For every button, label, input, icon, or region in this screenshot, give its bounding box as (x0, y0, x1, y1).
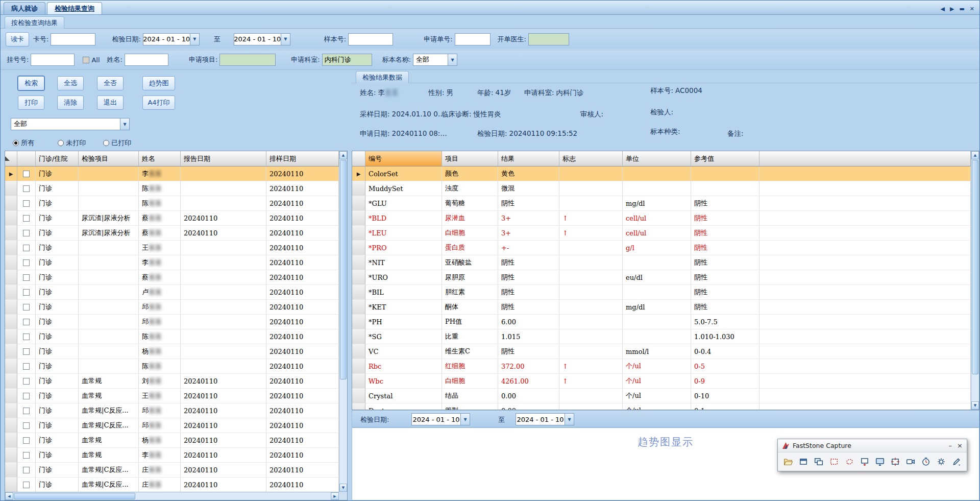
row-checkbox[interactable] (23, 304, 30, 311)
row-checkbox[interactable] (23, 215, 30, 222)
scroll-up-icon[interactable]: ▲ (339, 151, 347, 159)
result-row[interactable]: Rbc红细胞372.00↑个/ul0-5 (352, 359, 971, 374)
patient-row[interactable]: 门诊杨某某20240110 (5, 344, 339, 359)
test-date-to-combo[interactable]: 2024 - 01 - 10 ▼ (234, 33, 290, 45)
patient-row[interactable]: 门诊血常规刘某某2024011020240110 (5, 374, 339, 389)
result-row[interactable]: *BLD尿潜血3+↑cell/ul阴性 (352, 211, 971, 226)
row-checkbox-cell[interactable] (17, 241, 36, 255)
row-checkbox-cell[interactable] (17, 359, 36, 374)
patient-row[interactable]: 门诊陈某某20240110 (5, 359, 339, 374)
scroll-right-icon[interactable]: ▶ (331, 492, 339, 500)
row-checkbox[interactable] (23, 348, 30, 355)
row-checkbox-cell[interactable] (17, 300, 36, 315)
result-row[interactable]: Duct管型0.00个/ul0-1 (352, 403, 971, 410)
row-checkbox-cell[interactable] (17, 403, 36, 418)
result-row[interactable]: ▶ColorSet颜色黄色 (352, 166, 971, 181)
patient-row[interactable]: 门诊陈某某20240110 (5, 181, 339, 196)
radio-all[interactable] (13, 140, 19, 146)
sample-no-input[interactable] (348, 33, 393, 45)
result-row[interactable]: *URO尿胆原阴性eu/dl阴性 (352, 270, 971, 285)
header-item[interactable]: 项目 (442, 151, 498, 166)
doctor-input[interactable] (528, 33, 569, 45)
trend-date-to-combo[interactable]: 2024 - 01 - 10 ▼ (516, 413, 574, 425)
row-checkbox-cell[interactable] (17, 285, 36, 300)
result-row[interactable]: *LEU白细胞3+↑cell/ul阴性 (352, 226, 971, 241)
row-checkbox[interactable] (23, 171, 30, 177)
patient-row[interactable]: 门诊血常规|C反应...邱某某2024011020240110 (5, 418, 339, 433)
row-checkbox-cell[interactable] (17, 433, 36, 448)
capture-window-object-icon[interactable] (812, 455, 826, 469)
row-checkbox-cell[interactable] (17, 329, 36, 344)
capture-freehand-icon[interactable] (842, 455, 856, 469)
header-flag[interactable]: 标志 (559, 151, 623, 166)
patient-row[interactable]: 门诊李某某20240110 (5, 255, 339, 270)
patient-row[interactable]: 门诊陈某某20240110 (5, 196, 339, 211)
row-checkbox[interactable] (23, 319, 30, 325)
card-no-input[interactable] (51, 33, 95, 45)
patient-table-hscrollbar[interactable]: ◀ ▶ (5, 492, 339, 500)
row-checkbox[interactable] (23, 274, 30, 281)
row-checkbox[interactable] (23, 333, 30, 340)
patient-row[interactable]: 门诊血常规杨某某2024011020240110 (5, 433, 339, 448)
patient-row[interactable]: 门诊尿沉渣|尿液分析蔡某某2024011020240110 (5, 226, 339, 241)
specimen-combo[interactable]: 全部 ▼ (413, 54, 457, 66)
patient-row[interactable]: 门诊血常规|C反应...庄某某2024011020240110 (5, 478, 339, 492)
row-checkbox[interactable] (23, 200, 30, 207)
result-data-tab[interactable]: 检验结果数据 (356, 71, 409, 83)
patient-hscroll-thumb[interactable] (14, 493, 135, 499)
patient-row[interactable]: 门诊邱某某20240110 (5, 315, 339, 329)
corner-select-cell[interactable] (5, 151, 17, 166)
header-result[interactable]: 结果 (498, 151, 559, 166)
select-none-button[interactable]: 全否 (97, 76, 124, 90)
trend-date-from-dropdown-icon[interactable]: ▼ (460, 413, 470, 425)
row-checkbox[interactable] (23, 408, 30, 414)
patient-row[interactable]: 门诊尿沉渣|尿液分析蔡某某2024011020240110 (5, 211, 339, 226)
patient-row[interactable]: 门诊王某某20240110 (5, 241, 339, 255)
scroll-down-icon[interactable]: ▼ (971, 401, 979, 410)
row-checkbox-cell[interactable] (17, 374, 36, 389)
faststone-capture-window[interactable]: FastStone Capture – × (777, 439, 967, 471)
name-input[interactable] (125, 54, 168, 66)
row-checkbox[interactable] (23, 422, 30, 429)
specimen-dropdown-icon[interactable]: ▼ (448, 54, 457, 66)
trend-chart-button[interactable]: 趋势图 (142, 76, 175, 90)
patient-table-vscrollbar[interactable]: ▲ ▼ (339, 151, 347, 492)
test-date-from-dropdown-icon[interactable]: ▼ (190, 33, 200, 45)
radio-printed[interactable] (103, 140, 109, 146)
patient-row[interactable]: 门诊血常规|C反应...庄某某2024011020240110 (5, 463, 339, 478)
header-report-date[interactable]: 报告日期 (181, 151, 266, 166)
search-button[interactable]: 检索 (18, 76, 44, 90)
print-button[interactable]: 打印 (18, 96, 44, 110)
row-checkbox[interactable] (23, 467, 30, 473)
result-row[interactable]: *NIT亚硝酸盐阴性阴性 (352, 255, 971, 270)
patient-row[interactable]: 门诊血常规李某某2024011020240110 (5, 448, 339, 463)
test-date-to-dropdown-icon[interactable]: ▼ (281, 33, 290, 45)
result-row[interactable]: Crystal结晶0.00个/ul0-10 (352, 389, 971, 403)
row-checkbox-cell[interactable] (17, 315, 36, 329)
row-checkbox-cell[interactable] (17, 255, 36, 270)
row-checkbox-cell[interactable] (17, 344, 36, 359)
list-filter-combo[interactable]: 全部 ▼ (11, 118, 130, 130)
patient-row[interactable]: ▶门诊李某某20240110 (5, 166, 339, 181)
row-checkbox[interactable] (23, 289, 30, 296)
header-unit[interactable]: 单位 (623, 151, 691, 166)
patient-row[interactable]: 门诊邱某某20240110 (5, 300, 339, 315)
tab-patient-visit[interactable]: 病人就诊 (4, 2, 45, 14)
patient-row[interactable]: 门诊血常规|C反应...邱某某2024011020240110 (5, 403, 339, 418)
row-checkbox[interactable] (23, 452, 30, 459)
result-row[interactable]: MuddySet浊度微混 (352, 181, 971, 196)
screen-tools-icon[interactable] (949, 455, 964, 469)
result-table-vscrollbar[interactable]: ▲ ▼ (971, 151, 979, 410)
nav-right-icon[interactable]: ▶ (950, 6, 954, 12)
header-visit-type[interactable]: 门诊/住院 (36, 151, 79, 166)
row-checkbox-cell[interactable] (17, 448, 36, 463)
result-row[interactable]: *PRO蛋白质+-g/l阴性 (352, 241, 971, 255)
header-test-item[interactable]: 检验项目 (79, 151, 139, 166)
header-name[interactable]: 姓名 (139, 151, 181, 166)
capture-rectangle-icon[interactable] (827, 455, 841, 469)
all-checkbox[interactable] (83, 57, 89, 63)
row-checkbox-cell[interactable] (17, 389, 36, 403)
select-all-button[interactable]: 全选 (57, 76, 84, 90)
row-checkbox-cell[interactable] (17, 478, 36, 492)
scroll-down-icon[interactable]: ▼ (339, 484, 347, 492)
